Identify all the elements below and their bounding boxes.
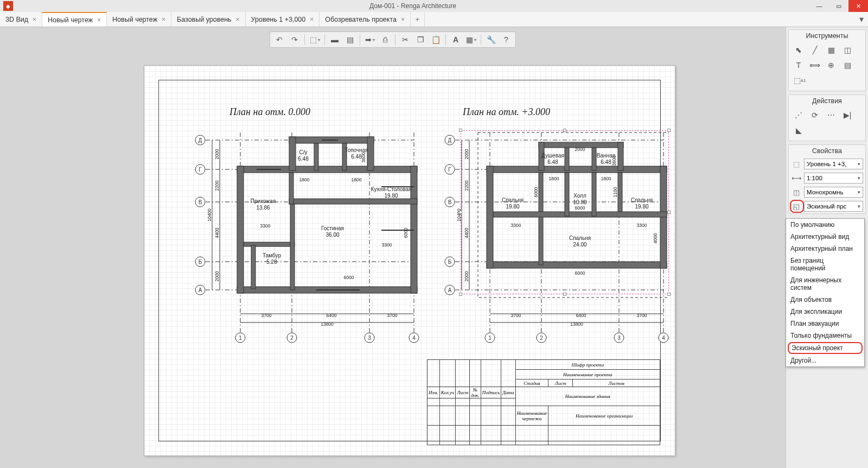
tab-3d-view[interactable]: 3D Вид× [0, 12, 42, 27]
help-button[interactable]: ? [499, 33, 513, 46]
prop-style-row: ◫ Монохромнь▾ [789, 185, 865, 199]
undo-button[interactable]: ↶ [272, 33, 286, 46]
selection-handle[interactable] [667, 211, 671, 214]
filter-option[interactable]: По умолчанию [786, 219, 864, 231]
prop-filter-row: ◱ Эскизный прс▾ [789, 199, 865, 213]
hatch-tool-button[interactable]: ▦ [824, 43, 839, 57]
axis-tool-button[interactable]: ⊕ [824, 58, 839, 72]
tab-close-icon[interactable]: × [97, 16, 101, 24]
style-select[interactable]: Монохромнь▾ [804, 187, 863, 198]
panel-properties: Свойства ⬚ Уровень 1 +3,▾ ⟷ 1:100▾ ◫ Мон… [788, 144, 866, 214]
selection-rect[interactable] [461, 130, 669, 294]
panel-actions-title: Действия [789, 95, 865, 107]
selection-handle[interactable] [563, 129, 566, 132]
save-button[interactable]: ▤ [343, 33, 357, 46]
svg-text:5.28: 5.28 [266, 259, 277, 265]
view-tool-button[interactable]: ⬚A1 [791, 73, 808, 87]
minimize-button[interactable]: — [809, 0, 829, 12]
project-button[interactable]: ⬚▾ [308, 33, 322, 46]
region-tool-button[interactable]: ◫ [840, 43, 855, 57]
dimension-tool-button[interactable]: ⟺ [807, 58, 822, 72]
tab-new-drawing-1[interactable]: Новый чертеж× [42, 12, 107, 27]
sheet-frame: План на отм. 0.000 План на отм. +3.000 Д… [158, 80, 661, 441]
selection-handle[interactable] [667, 129, 671, 132]
filter-dropdown-list[interactable]: По умолчаниюАрхитектурный видАрхитектурн… [786, 218, 865, 367]
copy-button[interactable]: ❐ [413, 33, 427, 46]
filter-option[interactable]: Для инженерных систем [786, 274, 864, 294]
selection-handle[interactable] [459, 293, 462, 296]
redo-button[interactable]: ↷ [288, 33, 302, 46]
svg-text:Топочная: Топочная [344, 147, 368, 153]
tab-level-1[interactable]: Уровень 1 +3,000× [246, 12, 320, 27]
right-sidebar: Инструменты ⬉ ╱ ▦ ◫ T ⟺ ⊕ ▤ ⬚A1 Действия… [786, 27, 868, 468]
svg-text:2000: 2000 [214, 149, 220, 159]
tab-close-icon[interactable]: × [310, 16, 314, 23]
svg-text:Тамбур: Тамбур [263, 252, 281, 258]
filter-option[interactable]: Эскизный проект [788, 342, 863, 354]
tab-project-browser[interactable]: Обозреватель проекта× [320, 12, 411, 27]
main-toolbar: ↶ ↷ ⬚▾ ▬ ▤ ➡▾ ⎙ ✂ ❐ 📋 A ▦▾ 🔧 ? [270, 31, 516, 48]
filter-option[interactable]: Для объектов [786, 294, 864, 306]
svg-rect-36 [289, 199, 417, 204]
text-tool-button[interactable]: T [791, 58, 806, 72]
tab-close-icon[interactable]: × [401, 16, 405, 23]
selection-handle[interactable] [459, 211, 462, 214]
mirror-action-button[interactable]: ▶| [840, 108, 855, 122]
tab-overflow-button[interactable]: ▾ [855, 12, 868, 27]
tab-close-icon[interactable]: × [236, 16, 240, 23]
trim-action-button[interactable]: ◣ [791, 123, 806, 137]
export-button[interactable]: ➡▾ [363, 33, 377, 46]
settings-button[interactable]: 🔧 [484, 33, 498, 46]
drawing-canvas[interactable]: ↶ ↷ ⬚▾ ▬ ▤ ➡▾ ⎙ ✂ ❐ 📋 A ▦▾ 🔧 ? План на о… [0, 27, 786, 468]
line-tool-button[interactable]: ╱ [807, 43, 822, 57]
svg-text:2: 2 [540, 335, 543, 341]
print-button[interactable]: ⎙ [378, 33, 392, 46]
svg-text:2200: 2200 [214, 180, 220, 191]
app-icon: ◆ [3, 1, 13, 11]
selection-handle[interactable] [667, 293, 671, 296]
maximize-button[interactable]: ▭ [829, 0, 848, 12]
text-style-button[interactable]: A [449, 33, 463, 46]
svg-text:1: 1 [488, 335, 492, 341]
open-button[interactable]: ▬ [328, 33, 342, 46]
plan-2-title: План на отм. +3.000 [463, 106, 550, 118]
filter-option[interactable]: Архитектурный план [786, 243, 864, 255]
styles-button[interactable]: ▦▾ [464, 33, 478, 46]
tab-close-icon[interactable]: × [162, 16, 165, 23]
filter-option[interactable]: Только фундаменты [786, 330, 864, 341]
filter-option[interactable]: План эвакуации [786, 318, 864, 330]
tab-new-drawing-2[interactable]: Новый чертеж× [107, 12, 171, 27]
svg-text:36.00: 36.00 [326, 232, 339, 238]
cut-button[interactable]: ✂ [398, 33, 412, 46]
paste-button[interactable]: 📋 [429, 33, 443, 46]
filter-option[interactable]: Для экспликации [786, 306, 864, 318]
floor-plan-1[interactable]: Д Г В Б А [181, 122, 419, 350]
highlight-ring [790, 200, 804, 213]
filter-option[interactable]: Другой... [786, 355, 864, 366]
prop-level-row: ⬚ Уровень 1 +3,▾ [789, 157, 865, 171]
selection-handle[interactable] [563, 293, 566, 296]
filter-option[interactable]: Архитектурный вид [786, 231, 864, 243]
select-tool-button[interactable]: ⬉ [791, 43, 806, 57]
tab-base-level[interactable]: Базовый уровень× [171, 12, 246, 27]
svg-rect-34 [314, 143, 318, 170]
tab-close-icon[interactable]: × [33, 16, 36, 23]
drawing-sheet[interactable]: План на отм. 0.000 План на отм. +3.000 Д… [144, 65, 675, 456]
array-action-button[interactable]: ⋯ [824, 108, 839, 122]
selection-handle[interactable] [459, 129, 462, 132]
svg-text:С/у: С/у [299, 149, 308, 155]
scale-select[interactable]: 1:100▾ [804, 173, 863, 184]
svg-text:Г: Г [448, 167, 451, 173]
svg-text:4: 4 [662, 335, 665, 341]
table-tool-button[interactable]: ▤ [840, 58, 855, 72]
svg-text:2000: 2000 [214, 271, 220, 281]
filter-select[interactable]: Эскизный прс▾ [804, 201, 863, 212]
move-action-button[interactable]: ⋰ [791, 108, 806, 122]
tab-add-button[interactable]: + [411, 12, 425, 27]
panel-tools: Инструменты ⬉ ╱ ▦ ◫ T ⟺ ⊕ ▤ ⬚A1 [788, 29, 866, 91]
svg-rect-40 [251, 245, 256, 289]
rotate-action-button[interactable]: ⟳ [807, 108, 822, 122]
filter-option[interactable]: Без границ помещений [786, 255, 864, 274]
level-select[interactable]: Уровень 1 +3,▾ [804, 159, 863, 169]
close-button[interactable]: ✕ [848, 0, 868, 12]
